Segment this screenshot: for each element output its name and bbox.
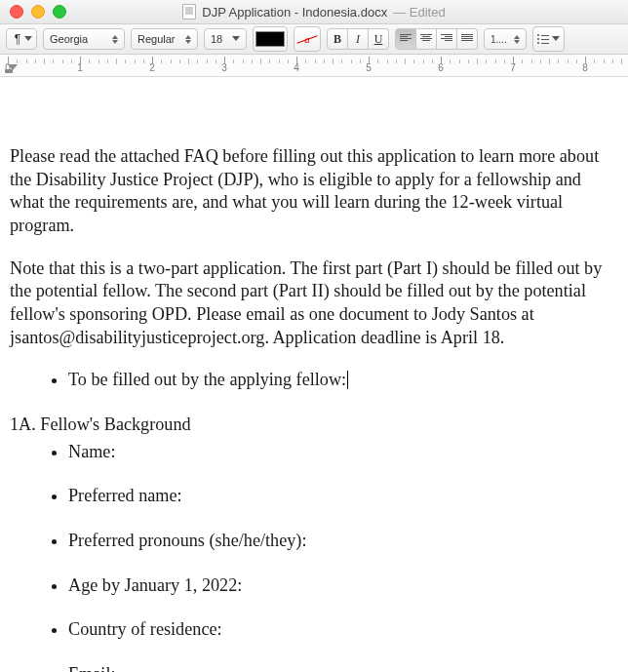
svg-marker-0 — [24, 36, 32, 41]
font-size-value: 18 — [211, 33, 222, 45]
red-a-icon: a — [298, 33, 316, 45]
align-right-button[interactable] — [437, 28, 457, 50]
document-page[interactable]: Please read the attached FAQ before fill… — [0, 77, 628, 672]
chevron-down-icon — [552, 36, 560, 42]
list-item-text: To be filled out by the applying fellow: — [68, 370, 346, 389]
align-center-icon — [420, 34, 432, 44]
underline-button[interactable]: U — [369, 28, 389, 50]
bullet-list: Name:Preferred name:Preferred pronouns (… — [10, 441, 618, 672]
svg-marker-2 — [112, 40, 118, 44]
list-item: To be filled out by the applying fellow: — [68, 369, 618, 392]
chevron-down-icon — [232, 36, 240, 42]
svg-marker-5 — [232, 36, 240, 41]
bold-button[interactable]: B — [327, 28, 348, 50]
stepper-arrows-icon — [112, 35, 118, 44]
align-justify-button[interactable] — [457, 28, 478, 50]
biu-group: B I U — [327, 28, 389, 50]
bullet-list-icon — [537, 34, 549, 44]
line-spacing-value: 1.... — [491, 34, 507, 45]
format-toolbar: ¶ Georgia Regular 18 a B I U — [0, 24, 628, 55]
minimize-window-button[interactable] — [31, 5, 45, 19]
horizontal-ruler[interactable]: 012345678 — [0, 55, 628, 77]
font-style-value: Regular — [137, 33, 176, 45]
text-cursor — [347, 371, 348, 389]
list-style-dropdown[interactable] — [532, 26, 565, 52]
italic-button[interactable]: I — [348, 28, 369, 50]
paragraph: Please read the attached FAQ before fill… — [10, 145, 618, 238]
align-center-button[interactable] — [416, 28, 437, 50]
list-item: Email: — [68, 663, 618, 672]
window-title: DJP Application - Indonesia.docx — [202, 5, 387, 20]
paragraph-style-dropdown[interactable]: ¶ — [6, 28, 37, 50]
list-item: Name: — [68, 441, 618, 464]
zoom-window-button[interactable] — [53, 5, 66, 19]
align-justify-icon — [461, 34, 473, 44]
align-group — [395, 28, 478, 50]
line-spacing-dropdown[interactable]: 1.... — [484, 28, 527, 50]
svg-marker-3 — [185, 35, 191, 39]
paragraph: Note that this is a two-part application… — [10, 257, 618, 350]
svg-marker-8 — [552, 36, 560, 41]
stepper-arrows-icon — [185, 35, 191, 44]
svg-marker-6 — [514, 35, 520, 39]
font-family-value: Georgia — [50, 33, 88, 45]
svg-marker-1 — [112, 35, 118, 39]
document-icon — [182, 4, 196, 20]
title-bar: DJP Application - Indonesia.docx — Edite… — [0, 0, 628, 24]
close-window-button[interactable] — [10, 5, 23, 19]
svg-marker-7 — [514, 40, 520, 44]
align-left-icon — [400, 34, 412, 44]
color-swatch-icon — [255, 31, 285, 47]
window-edited-label: — Edited — [393, 5, 445, 20]
font-family-dropdown[interactable]: Georgia — [43, 28, 125, 50]
font-size-stepper[interactable]: 18 — [204, 28, 247, 50]
traffic-lights — [0, 5, 66, 19]
align-left-button[interactable] — [395, 28, 416, 50]
list-item: Country of residence: — [68, 618, 618, 642]
list-item: Age by January 1, 2022: — [68, 574, 618, 598]
list-item: Preferred name: — [68, 485, 618, 508]
strikethrough-color-button[interactable]: a — [294, 26, 321, 52]
section-heading: 1A. Fellow's Background — [10, 414, 618, 437]
list-item: Preferred pronouns (she/he/they): — [68, 530, 618, 553]
svg-marker-4 — [185, 40, 191, 44]
bullet-list: To be filled out by the applying fellow: — [10, 369, 618, 392]
stepper-arrows-icon — [514, 35, 520, 44]
align-right-icon — [441, 34, 452, 44]
font-style-dropdown[interactable]: Regular — [131, 28, 198, 50]
left-indent-marker[interactable] — [5, 69, 13, 73]
text-color-picker[interactable] — [253, 26, 288, 52]
pilcrow-icon: ¶ — [11, 32, 24, 46]
